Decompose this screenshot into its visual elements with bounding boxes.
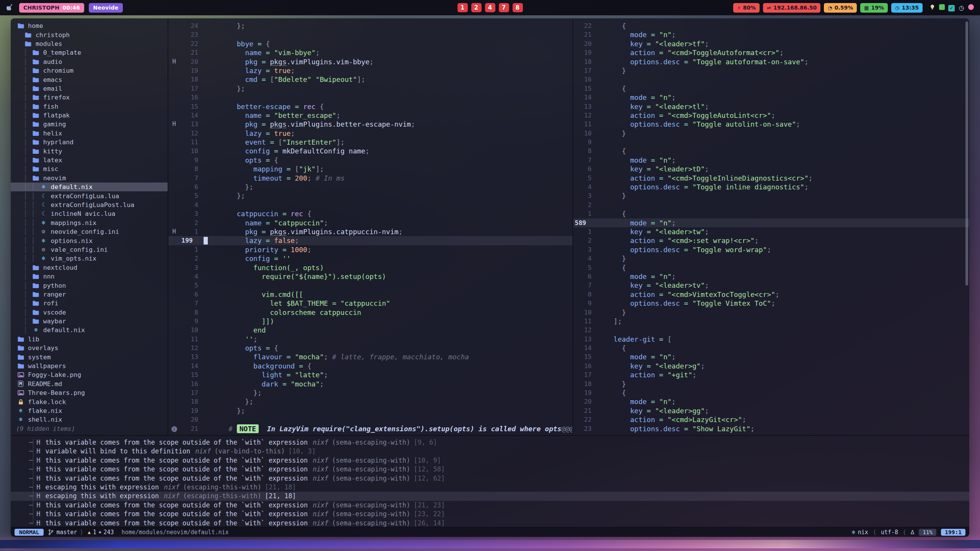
tree-item-vim-opts-nix[interactable]: │ │ ❄vim_opts.nix [11,254,168,263]
tree-item-default-nix[interactable]: │ │ ❄default.nix [11,183,168,191]
tree-item-flake-nix[interactable]: ❄flake.nix [11,406,168,415]
code-line[interactable]: 23 [168,30,572,39]
diagnostic-item[interactable]: ─Hescaping this with expressionnixf(esca… [11,483,969,492]
code-line[interactable]: 12 [573,326,969,334]
tree-item-misc[interactable]: │ misc [11,165,168,173]
code-line[interactable]: 4 } [573,254,969,263]
tree-item-shell-nix[interactable]: ❄shell.nix [11,415,168,424]
code-line[interactable]: 20 [168,415,572,424]
code-line[interactable]: 10 } [573,129,969,138]
code-line[interactable]: 22 { [573,21,969,30]
code-line[interactable]: 5 { [573,263,969,272]
code-line[interactable]: 6 key = "<leader>tD"; [573,165,969,173]
code-line[interactable]: 22 action = "<cmd>LazyGit<cr>"; [573,415,969,424]
git-branch[interactable]: master ) [48,529,83,536]
code-line[interactable]: 589 mode = "n"; [573,218,969,227]
tree-item-chromium[interactable]: │ chromium [11,66,168,75]
code-line[interactable]: 23 options.desc = "Show LazyGit"; [573,424,969,433]
tree-item-ranger[interactable]: │ ranger [11,290,168,299]
editor-right-split[interactable]: 22 {21 mode = "n";20 key = "<leader>tf";… [573,18,969,435]
code-line[interactable]: H13 pkg = pkgs.vimPlugins.better-escape-… [168,120,572,129]
code-line[interactable]: 14 background = { [168,362,572,370]
code-line[interactable]: 13 key = "<leader>tl"; [573,102,969,111]
code-line[interactable]: 18 } [573,380,969,388]
tree-item-vale-config-ini[interactable]: │ │ ⚙vale_config.ini [11,245,168,254]
code-line[interactable]: 16 key = "<leader>g"; [573,362,969,370]
tree-item-kitty[interactable]: │ kitty [11,147,168,155]
pink-dot-icon[interactable] [968,4,974,11]
diagnostic-item[interactable]: ─Hthis variable comes from the scope out… [11,438,969,447]
code-line[interactable]: 7 mode = "n"; [573,156,969,165]
tree-item-lib[interactable]: lib [11,335,168,344]
code-line[interactable]: 199 lazy = false; [168,236,572,245]
code-line[interactable]: 15 { [573,84,969,93]
code-line[interactable]: 13 leader-git = [ [573,335,969,344]
code-line[interactable]: 12 action = "<cmd>ToggleAutoLint<cr>"; [573,111,969,120]
tree-item-vscode[interactable]: │ vscode [11,308,168,317]
tree-item-0-template[interactable]: │ 0_template [11,48,168,57]
code-line[interactable]: 11 options.desc = "Toggle autolint-on-sa… [573,120,969,129]
workspace-2[interactable]: 2 [471,3,481,12]
tree-item-firefox[interactable]: │ firefox [11,93,168,102]
code-line[interactable]: 20 key = "<leader>tf"; [573,39,969,48]
code-line[interactable]: 3 catppuccin = rec { [168,209,572,218]
file-tree-panel[interactable]: home christoph modules │ 0_template │ au… [11,18,168,435]
code-line[interactable]: 2 name = "catppuccin"; [168,218,572,227]
code-line[interactable]: 13 flavour = "mocha"; # latte, frappe, m… [168,352,572,361]
code-line[interactable]: 2 config = '' [168,254,572,263]
code-line[interactable]: 14 name = "better_escape"; [168,111,572,120]
tree-item-python[interactable]: │ python [11,281,168,290]
tree-item-overlays[interactable]: overlays [11,344,168,352]
code-line[interactable]: 20 mode = "n"; [573,397,969,406]
tree-item-flatpak[interactable]: │ flatpak [11,111,168,120]
code-line[interactable]: 21 mode = "n"; [573,30,969,39]
code-line[interactable]: 10 config = mkDefaultConfig name; [168,147,572,155]
tree-item-emacs[interactable]: │ emacs [11,75,168,84]
tree-item-inclinen-avic-lua[interactable]: │ │ ☾inclineN avic.lua [11,209,168,218]
code-line[interactable]: 9 ]]) [168,317,572,326]
code-line[interactable]: 15 light = "latte"; [168,370,572,379]
code-line[interactable]: 3 } [573,191,969,200]
tree-item-default-nix[interactable]: │ ❄default.nix [11,326,168,334]
tree-item-waybar[interactable]: │ waybar [11,317,168,326]
code-line[interactable]: 6 mode = "n"; [573,272,969,281]
tree-item-helix[interactable]: │ helix [11,129,168,138]
code-line[interactable]: 9 [573,138,969,147]
code-line[interactable]: 6 }; [168,183,572,191]
tree-item-audio[interactable]: │ audio [11,57,168,66]
code-line[interactable]: 3 function(_, opts) [168,263,572,272]
code-line[interactable]: 4 [168,201,572,209]
code-line[interactable]: 9 options.desc = "Toggle Vimtex ToC"; [573,299,969,308]
code-line[interactable]: 24 }; [168,21,572,30]
diagnostic-item[interactable]: ─Hthis variable comes from the scope out… [11,510,969,518]
tree-item-readme-md[interactable]: MREADME.md [11,380,168,388]
code-line[interactable]: 12 lazy = true; [168,129,572,138]
diagnostic-item[interactable]: ─Hvariable will bind to this definitionn… [11,447,969,456]
code-line[interactable]: 8 colorscheme catppuccin [168,308,572,317]
code-line[interactable]: 7 timeout = 200; # In ms [168,174,572,183]
tree-item-extraconfiglua-lua[interactable]: │ │ ☾extraConfigLua.lua [11,191,168,200]
code-line[interactable]: 7 key = "<leader>tv"; [573,281,969,290]
tree-item-extraconfigluapost-lua[interactable]: │ │ ☾extraConfigLuaPost.lua [11,201,168,209]
workspace-4[interactable]: 4 [485,3,495,12]
code-line[interactable]: 16 dark = "mocha"; [168,380,572,388]
code-line[interactable]: i21 # NOTE In LazyVim require("clang_ext… [168,424,572,433]
tree-item-nnn[interactable]: │ nnn [11,272,168,281]
code-line[interactable]: 15 better-escape = rec { [168,102,572,111]
tree-item-neovim[interactable]: │ neovim [11,174,168,183]
tree-item-flake-lock[interactable]: flake.lock [11,397,168,406]
tree-item-mappings-nix[interactable]: │ │ ❄mappings.nix [11,218,168,227]
tree-item-three-bears-png[interactable]: Three-Bears.png [11,388,168,397]
code-line[interactable]: 7 let $BAT_THEME = "catppuccin" [168,299,572,308]
tree-item-modules[interactable]: modules [11,39,168,48]
tree-item-nextcloud[interactable]: │ nextcloud [11,263,168,272]
code-line[interactable]: 14 mode = "n"; [573,93,969,102]
diagnostic-item[interactable]: ─Hthis variable comes from the scope out… [11,456,969,465]
code-line[interactable]: 14 { [573,344,969,352]
editor-left-split[interactable]: 24 };2322 bbye = {21 name = "vim-bbye";H… [168,18,573,435]
code-line[interactable]: 19 lazy = true; [168,66,572,75]
code-line[interactable]: 1 priority = 1000; [168,245,572,254]
code-line[interactable]: 17 action = "+git"; [573,370,969,379]
code-line[interactable]: 1 { [573,209,969,218]
diagnostic-item[interactable]: ─Hthis variable comes from the scope out… [11,519,969,528]
